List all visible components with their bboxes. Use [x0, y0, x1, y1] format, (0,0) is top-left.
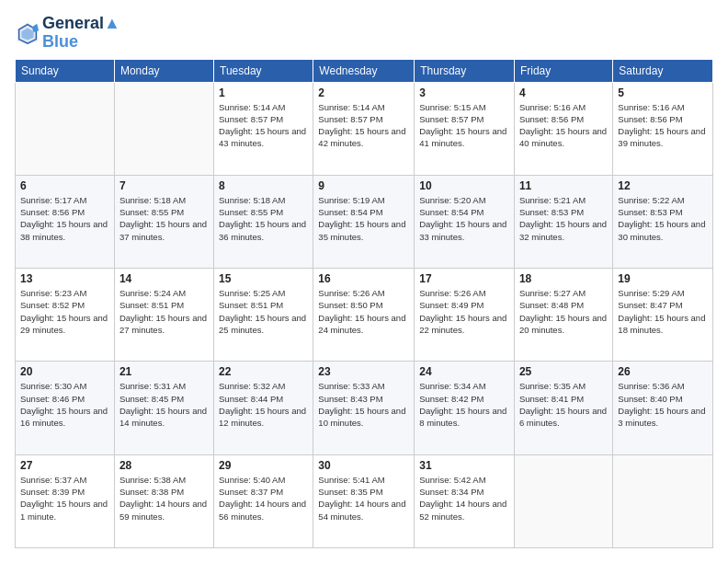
- calendar-cell: 24Sunrise: 5:34 AMSunset: 8:42 PMDayligh…: [415, 362, 515, 454]
- day-info: Sunrise: 5:18 AMSunset: 8:55 PMDaylight:…: [119, 194, 209, 243]
- day-number: 8: [219, 179, 308, 192]
- day-number: 9: [318, 179, 409, 192]
- calendar-cell: 21Sunrise: 5:31 AMSunset: 8:45 PMDayligh…: [114, 362, 213, 454]
- calendar-cell: 19Sunrise: 5:29 AMSunset: 8:47 PMDayligh…: [613, 269, 713, 362]
- logo-text: General▲ Blue: [42, 15, 120, 52]
- day-number: 27: [20, 459, 109, 472]
- day-number: 22: [219, 365, 308, 378]
- day-info: Sunrise: 5:29 AMSunset: 8:47 PMDaylight:…: [618, 287, 708, 336]
- calendar-cell: [16, 82, 115, 175]
- day-info: Sunrise: 5:14 AMSunset: 8:57 PMDaylight:…: [219, 101, 308, 150]
- day-number: 1: [219, 86, 308, 99]
- day-info: Sunrise: 5:15 AMSunset: 8:57 PMDaylight:…: [419, 101, 509, 150]
- day-number: 12: [618, 179, 708, 192]
- calendar-cell: 5Sunrise: 5:16 AMSunset: 8:56 PMDaylight…: [613, 82, 713, 175]
- day-info: Sunrise: 5:40 AMSunset: 8:37 PMDaylight:…: [219, 474, 308, 523]
- calendar-cell: 25Sunrise: 5:35 AMSunset: 8:41 PMDayligh…: [514, 362, 612, 454]
- day-number: 4: [519, 86, 608, 99]
- day-info: Sunrise: 5:36 AMSunset: 8:40 PMDaylight:…: [618, 380, 708, 429]
- weekday-header-wednesday: Wednesday: [313, 59, 415, 82]
- calendar-cell: 30Sunrise: 5:41 AMSunset: 8:35 PMDayligh…: [313, 454, 415, 547]
- day-number: 30: [318, 459, 409, 472]
- header: General▲ Blue: [15, 15, 713, 52]
- calendar-cell: [613, 454, 713, 547]
- day-number: 14: [119, 272, 209, 285]
- day-number: 3: [419, 86, 509, 99]
- day-info: Sunrise: 5:25 AMSunset: 8:51 PMDaylight:…: [219, 287, 308, 336]
- calendar-cell: 9Sunrise: 5:19 AMSunset: 8:54 PMDaylight…: [313, 175, 415, 268]
- day-number: 28: [119, 459, 209, 472]
- day-number: 20: [20, 365, 109, 378]
- day-info: Sunrise: 5:27 AMSunset: 8:48 PMDaylight:…: [519, 287, 608, 336]
- day-number: 23: [318, 365, 409, 378]
- weekday-header-friday: Friday: [514, 59, 612, 82]
- day-number: 31: [419, 459, 509, 472]
- calendar-cell: 14Sunrise: 5:24 AMSunset: 8:51 PMDayligh…: [114, 269, 213, 362]
- day-number: 5: [618, 86, 708, 99]
- day-info: Sunrise: 5:20 AMSunset: 8:54 PMDaylight:…: [419, 194, 509, 243]
- calendar-cell: 12Sunrise: 5:22 AMSunset: 8:53 PMDayligh…: [613, 175, 713, 268]
- calendar-cell: 10Sunrise: 5:20 AMSunset: 8:54 PMDayligh…: [415, 175, 515, 268]
- day-number: 26: [618, 365, 708, 378]
- day-info: Sunrise: 5:33 AMSunset: 8:43 PMDaylight:…: [318, 380, 409, 429]
- day-info: Sunrise: 5:19 AMSunset: 8:54 PMDaylight:…: [318, 194, 409, 243]
- calendar-cell: 2Sunrise: 5:14 AMSunset: 8:57 PMDaylight…: [313, 82, 415, 175]
- day-number: 6: [20, 179, 109, 192]
- calendar-cell: 15Sunrise: 5:25 AMSunset: 8:51 PMDayligh…: [214, 269, 313, 362]
- day-info: Sunrise: 5:23 AMSunset: 8:52 PMDaylight:…: [20, 287, 109, 336]
- day-number: 18: [519, 272, 608, 285]
- calendar-cell: [514, 454, 612, 547]
- day-number: 17: [419, 272, 509, 285]
- calendar-week-row: 13Sunrise: 5:23 AMSunset: 8:52 PMDayligh…: [16, 269, 713, 362]
- calendar-cell: 28Sunrise: 5:38 AMSunset: 8:38 PMDayligh…: [114, 454, 213, 547]
- day-info: Sunrise: 5:41 AMSunset: 8:35 PMDaylight:…: [318, 474, 409, 523]
- calendar-cell: 18Sunrise: 5:27 AMSunset: 8:48 PMDayligh…: [514, 269, 612, 362]
- calendar-week-row: 27Sunrise: 5:37 AMSunset: 8:39 PMDayligh…: [16, 454, 713, 547]
- day-info: Sunrise: 5:17 AMSunset: 8:56 PMDaylight:…: [20, 194, 109, 243]
- calendar-week-row: 6Sunrise: 5:17 AMSunset: 8:56 PMDaylight…: [16, 175, 713, 268]
- day-info: Sunrise: 5:16 AMSunset: 8:56 PMDaylight:…: [519, 101, 608, 150]
- calendar-cell: 7Sunrise: 5:18 AMSunset: 8:55 PMDaylight…: [114, 175, 213, 268]
- day-number: 21: [119, 365, 209, 378]
- day-number: 15: [219, 272, 308, 285]
- day-number: 25: [519, 365, 608, 378]
- calendar-header-row: SundayMondayTuesdayWednesdayThursdayFrid…: [16, 59, 713, 82]
- calendar-cell: 29Sunrise: 5:40 AMSunset: 8:37 PMDayligh…: [214, 454, 313, 547]
- day-info: Sunrise: 5:42 AMSunset: 8:34 PMDaylight:…: [419, 474, 509, 523]
- day-info: Sunrise: 5:37 AMSunset: 8:39 PMDaylight:…: [20, 474, 109, 523]
- weekday-header-saturday: Saturday: [613, 59, 713, 82]
- calendar-cell: 26Sunrise: 5:36 AMSunset: 8:40 PMDayligh…: [613, 362, 713, 454]
- day-info: Sunrise: 5:35 AMSunset: 8:41 PMDaylight:…: [519, 380, 608, 429]
- calendar-cell: 3Sunrise: 5:15 AMSunset: 8:57 PMDaylight…: [415, 82, 515, 175]
- calendar-cell: 20Sunrise: 5:30 AMSunset: 8:46 PMDayligh…: [16, 362, 115, 454]
- weekday-header-monday: Monday: [114, 59, 213, 82]
- calendar-cell: 23Sunrise: 5:33 AMSunset: 8:43 PMDayligh…: [313, 362, 415, 454]
- calendar-cell: 17Sunrise: 5:26 AMSunset: 8:49 PMDayligh…: [415, 269, 515, 362]
- day-info: Sunrise: 5:16 AMSunset: 8:56 PMDaylight:…: [618, 101, 708, 150]
- day-info: Sunrise: 5:26 AMSunset: 8:49 PMDaylight:…: [419, 287, 509, 336]
- day-number: 24: [419, 365, 509, 378]
- calendar-cell: 1Sunrise: 5:14 AMSunset: 8:57 PMDaylight…: [214, 82, 313, 175]
- calendar-cell: 27Sunrise: 5:37 AMSunset: 8:39 PMDayligh…: [16, 454, 115, 547]
- day-number: 29: [219, 459, 308, 472]
- day-info: Sunrise: 5:18 AMSunset: 8:55 PMDaylight:…: [219, 194, 308, 243]
- day-info: Sunrise: 5:30 AMSunset: 8:46 PMDaylight:…: [20, 380, 109, 429]
- calendar-cell: 6Sunrise: 5:17 AMSunset: 8:56 PMDaylight…: [16, 175, 115, 268]
- day-info: Sunrise: 5:21 AMSunset: 8:53 PMDaylight:…: [519, 194, 608, 243]
- calendar-cell: [114, 82, 213, 175]
- calendar-cell: 22Sunrise: 5:32 AMSunset: 8:44 PMDayligh…: [214, 362, 313, 454]
- calendar-cell: 13Sunrise: 5:23 AMSunset: 8:52 PMDayligh…: [16, 269, 115, 362]
- calendar-cell: 16Sunrise: 5:26 AMSunset: 8:50 PMDayligh…: [313, 269, 415, 362]
- day-number: 16: [318, 272, 409, 285]
- calendar-cell: 8Sunrise: 5:18 AMSunset: 8:55 PMDaylight…: [214, 175, 313, 268]
- day-number: 13: [20, 272, 109, 285]
- day-number: 11: [519, 179, 608, 192]
- calendar-week-row: 1Sunrise: 5:14 AMSunset: 8:57 PMDaylight…: [16, 82, 713, 175]
- page: General▲ Blue SundayMondayTuesdayWednesd…: [0, 0, 728, 563]
- day-number: 10: [419, 179, 509, 192]
- day-info: Sunrise: 5:38 AMSunset: 8:38 PMDaylight:…: [119, 474, 209, 523]
- day-info: Sunrise: 5:14 AMSunset: 8:57 PMDaylight:…: [318, 101, 409, 150]
- calendar-cell: 11Sunrise: 5:21 AMSunset: 8:53 PMDayligh…: [514, 175, 612, 268]
- day-info: Sunrise: 5:26 AMSunset: 8:50 PMDaylight:…: [318, 287, 409, 336]
- weekday-header-tuesday: Tuesday: [214, 59, 313, 82]
